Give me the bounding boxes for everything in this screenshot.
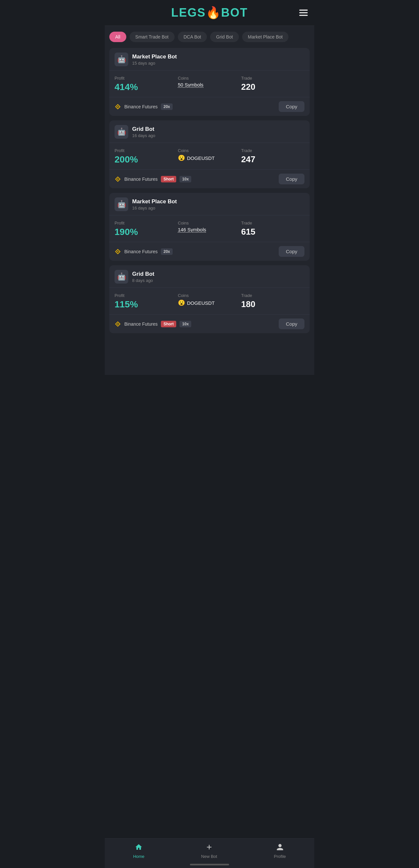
badge-short-4: Short — [161, 321, 176, 327]
footer-left-2: Binance Futures Short 10x — [115, 176, 191, 182]
coins-value-1: 50 Symbols — [178, 82, 241, 88]
coins-stat-4: Coins 😮 DOGEUSDT — [178, 293, 241, 306]
coins-label-3: Coins — [178, 221, 241, 225]
tab-marketplace[interactable]: Market Place Bot — [242, 32, 289, 42]
card-header-3: 🤖 Market Place Bot 16 days ago — [109, 193, 310, 215]
nav-profile-label: Profile — [274, 854, 286, 859]
tab-grid[interactable]: Grid Bot — [210, 32, 239, 42]
trade-stat-3: Trade 615 — [241, 221, 304, 237]
filter-tabs-container: All Smart Trade Bot DCA Bot Grid Bot Mar… — [105, 26, 314, 48]
trade-value-1: 220 — [241, 82, 304, 92]
card-header-1: 🤖 Market Place Bot 15 days ago — [109, 48, 310, 70]
hamburger-menu[interactable] — [299, 10, 308, 16]
bot-icon-3: 🤖 — [115, 197, 128, 211]
profit-value-2: 200% — [115, 154, 178, 165]
trade-label-2: Trade — [241, 148, 304, 153]
bot-type-1: Market Place Bot — [132, 54, 177, 60]
coins-value-4: DOGEUSDT — [187, 300, 215, 306]
plus-icon — [205, 843, 213, 852]
bot-time-1: 15 days ago — [132, 61, 177, 66]
coins-pair-4: 😮 DOGEUSDT — [178, 299, 241, 306]
stats-row-1: Profit 414% Coins 50 Symbols Trade 220 — [109, 70, 310, 97]
badge-leverage-2: 10x — [179, 176, 191, 182]
trade-stat-1: Trade 220 — [241, 76, 304, 92]
bot-type-3: Market Place Bot — [132, 198, 177, 205]
nav-new-bot-label: New Bot — [201, 854, 217, 859]
coins-label-1: Coins — [178, 76, 241, 81]
trade-stat-4: Trade 180 — [241, 293, 304, 309]
stats-row-4: Profit 115% Coins 😮 DOGEUSDT Trade 180 — [109, 288, 310, 314]
bot-list: 🤖 Market Place Bot 15 days ago Profit 41… — [105, 48, 314, 375]
coins-label-4: Coins — [178, 293, 241, 298]
trade-value-3: 615 — [241, 227, 304, 237]
exchange-label-1: Binance Futures — [124, 104, 158, 109]
coins-value-3: 146 Symbols — [178, 227, 241, 232]
trade-label-4: Trade — [241, 293, 304, 298]
bot-card-4: 🤖 Grid Bot 8 days ago Profit 115% Coins … — [109, 265, 310, 333]
card-footer-4: Binance Futures Short 10x Copy — [109, 314, 310, 333]
card-title-group-3: Market Place Bot 16 days ago — [132, 198, 177, 211]
coins-pair-2: 😮 DOGEUSDT — [178, 154, 241, 161]
copy-button-2[interactable]: Copy — [279, 174, 304, 184]
nav-home[interactable]: Home — [133, 843, 145, 859]
bot-card-2: 🤖 Grid Bot 16 days ago Profit 200% Coins… — [109, 120, 310, 188]
card-header-2: 🤖 Grid Bot 16 days ago — [109, 120, 310, 143]
bot-time-3: 16 days ago — [132, 206, 177, 211]
badge-leverage-4: 10x — [179, 321, 191, 327]
coins-label-2: Coins — [178, 148, 241, 153]
bot-card-1: 🤖 Market Place Bot 15 days ago Profit 41… — [109, 48, 310, 116]
profit-stat-2: Profit 200% — [115, 148, 178, 165]
bot-type-2: Grid Bot — [132, 126, 155, 132]
badge-leverage-1: 20x — [161, 103, 173, 110]
bot-type-4: Grid Bot — [132, 271, 154, 277]
binance-icon-2 — [115, 176, 121, 182]
copy-button-1[interactable]: Copy — [279, 101, 304, 112]
bot-time-2: 16 days ago — [132, 133, 155, 138]
footer-left-1: Binance Futures 20x — [115, 103, 173, 110]
tab-smart-trade[interactable]: Smart Trade Bot — [129, 32, 175, 42]
exchange-label-2: Binance Futures — [124, 177, 158, 182]
card-title-group-4: Grid Bot 8 days ago — [132, 271, 154, 283]
stats-row-2: Profit 200% Coins 😮 DOGEUSDT Trade 247 — [109, 143, 310, 169]
card-footer-3: Binance Futures 20x Copy — [109, 242, 310, 261]
badge-short-2: Short — [161, 176, 176, 182]
profit-stat-4: Profit 115% — [115, 293, 178, 310]
tab-dca[interactable]: DCA Bot — [178, 32, 207, 42]
hamburger-line-2 — [299, 12, 308, 13]
copy-button-4[interactable]: Copy — [279, 318, 304, 329]
home-indicator — [190, 864, 229, 865]
card-title-group-1: Market Place Bot 15 days ago — [132, 54, 177, 66]
footer-left-4: Binance Futures Short 10x — [115, 321, 191, 327]
profit-label-2: Profit — [115, 148, 178, 153]
badge-leverage-3: 20x — [161, 248, 173, 255]
profile-icon — [276, 843, 284, 852]
home-icon — [135, 843, 143, 852]
app-header: LEGS🔥BOT — [105, 0, 314, 26]
nav-profile[interactable]: Profile — [274, 843, 286, 859]
hamburger-line-1 — [299, 10, 308, 11]
card-footer-2: Binance Futures Short 10x Copy — [109, 169, 310, 188]
bot-icon-4: 🤖 — [115, 270, 128, 284]
coins-stat-2: Coins 😮 DOGEUSDT — [178, 148, 241, 161]
logo-flame: 🔥 — [206, 6, 221, 19]
exchange-label-3: Binance Futures — [124, 249, 158, 254]
trade-stat-2: Trade 247 — [241, 148, 304, 164]
nav-home-label: Home — [133, 854, 145, 859]
exchange-label-4: Binance Futures — [124, 321, 158, 327]
trade-value-4: 180 — [241, 299, 304, 309]
binance-icon-4 — [115, 321, 121, 327]
profit-label-1: Profit — [115, 76, 178, 81]
stats-row-3: Profit 190% Coins 146 Symbols Trade 615 — [109, 215, 310, 242]
profit-stat-3: Profit 190% — [115, 221, 178, 237]
app-logo: LEGS🔥BOT — [171, 6, 248, 20]
tab-all[interactable]: All — [109, 32, 126, 42]
profit-value-1: 414% — [115, 82, 178, 92]
coins-stat-1: Coins 50 Symbols — [178, 76, 241, 88]
binance-icon-1 — [115, 103, 121, 110]
trade-value-2: 247 — [241, 154, 304, 164]
nav-new-bot[interactable]: New Bot — [201, 843, 217, 859]
trade-label-3: Trade — [241, 221, 304, 225]
copy-button-3[interactable]: Copy — [279, 246, 304, 257]
profit-value-3: 190% — [115, 227, 178, 237]
card-header-4: 🤖 Grid Bot 8 days ago — [109, 265, 310, 288]
